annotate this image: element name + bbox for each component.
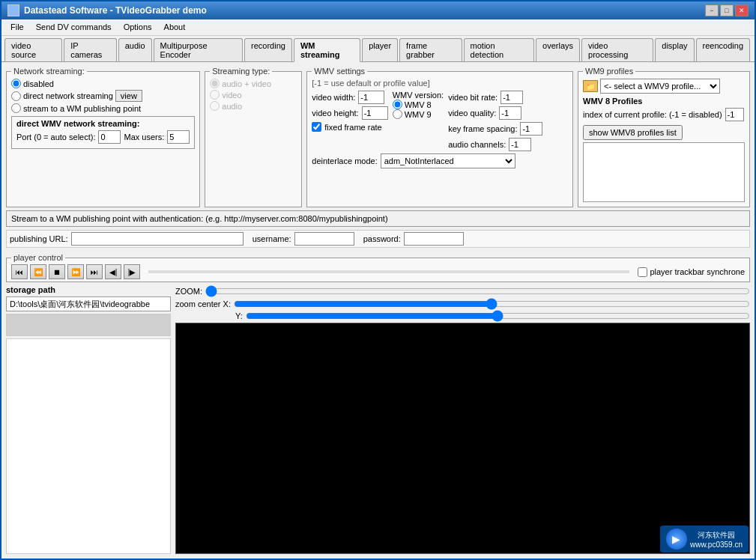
radio-wmv9-label: WMV 9 — [405, 110, 432, 119]
tab-video-source[interactable]: video source — [4, 38, 62, 61]
menu-about[interactable]: About — [158, 21, 192, 34]
player-trackbar[interactable] — [148, 270, 629, 273]
minimize-button[interactable]: − — [705, 4, 719, 16]
zoom-slider[interactable] — [205, 285, 750, 297]
audio-channels-input[interactable] — [509, 138, 531, 151]
port-input[interactable] — [98, 130, 121, 144]
tab-display[interactable]: display — [655, 38, 694, 61]
key-frame-spacing-label: key frame spacing: — [448, 124, 517, 133]
wm9-profiles-legend: WM9 profiles — [583, 67, 635, 76]
radio-wm-publish-label: stream to a WM publishing point — [23, 104, 141, 113]
tab-content-wm-streaming: Network streaming: disabled direct netwo… — [1, 62, 755, 559]
tab-multipurpose-encoder[interactable]: Multipurpose Encoder — [154, 38, 243, 61]
zoom-center-y-slider[interactable] — [246, 311, 750, 321]
player-btn-first[interactable]: ⏮ — [11, 264, 28, 279]
menu-dv-commands[interactable]: Send DV commands — [30, 21, 118, 34]
publishing-url-input[interactable] — [71, 232, 244, 246]
tab-recording[interactable]: recording — [244, 38, 292, 61]
max-users-input[interactable] — [167, 130, 190, 144]
video-quality-input[interactable] — [499, 106, 521, 120]
fixed-frame-rate-label: fixed frame rate — [324, 123, 381, 132]
publishing-url-label: publishing URL: — [10, 234, 68, 243]
window-title: Datastead Software - TVideoGrabber demo — [24, 5, 207, 16]
video-width-row: video width: — [312, 91, 387, 104]
wm9-profile-select[interactable]: <- select a WMV9 profile... — [600, 79, 720, 94]
main-window: Datastead Software - TVideoGrabber demo … — [0, 0, 756, 560]
radio-disabled[interactable] — [11, 79, 21, 88]
zoom-center-x-slider[interactable] — [234, 299, 750, 309]
player-btn-step-back[interactable]: ◀| — [105, 264, 121, 279]
player-btn-prev[interactable]: ⏪ — [30, 264, 46, 279]
close-button[interactable]: ✕ — [735, 4, 749, 16]
wmv-version-col: WMV version: WMV 8 WMV 9 — [393, 91, 444, 153]
radio-wmv8[interactable] — [393, 100, 402, 109]
show-wmv8-list-btn[interactable]: show WMV8 profiles list — [583, 125, 683, 140]
radio-wm-publish[interactable] — [11, 103, 21, 113]
tab-ip-cameras[interactable]: IP cameras — [64, 38, 117, 61]
watermark-line2: www.pc0359.cn — [690, 541, 743, 549]
tab-reencoding[interactable]: reencoding — [696, 38, 750, 61]
tab-wm-streaming[interactable]: WM streaming — [294, 38, 360, 62]
audio-channels-row: audio channels: — [448, 138, 542, 151]
username-input[interactable] — [294, 232, 354, 246]
port-row: Port (0 = auto select): Max users: — [16, 130, 190, 144]
wmv-settings-legend: WMV settings — [312, 67, 367, 76]
fixed-frame-rate-checkbox[interactable] — [312, 122, 321, 132]
deinterlace-select[interactable]: adm_NotInterlaced — [381, 153, 515, 168]
radio-audio — [210, 101, 220, 111]
title-controls: − □ ✕ — [705, 4, 749, 16]
video-bit-rate-row: video bit rate: — [448, 91, 542, 104]
wmv-settings-panel: WMV settings [-1 = use default or profil… — [306, 67, 573, 207]
storage-list[interactable] — [6, 338, 171, 554]
radio-direct[interactable] — [11, 91, 21, 101]
radio-audio-label: audio — [222, 102, 242, 111]
storage-thumb — [6, 314, 171, 336]
radio-disabled-label: disabled — [23, 79, 54, 88]
tab-overlays[interactable]: overlays — [536, 38, 580, 61]
network-streaming-panel: Network streaming: disabled direct netwo… — [6, 67, 200, 207]
zoom-center-x-label: zoom center X: — [175, 299, 231, 308]
tabs-bar: video source IP cameras audio Multipurpo… — [1, 36, 755, 62]
tab-player[interactable]: player — [362, 38, 398, 61]
direct-wmv-title: direct WMV network streaming: — [16, 119, 190, 128]
video-width-label: video width: — [312, 93, 355, 102]
key-frame-spacing-input[interactable] — [520, 122, 542, 136]
password-label: password: — [363, 234, 401, 243]
wmv8-profile-list — [583, 142, 745, 202]
player-btn-next[interactable]: ⏩ — [67, 264, 84, 279]
radio-wmv9[interactable] — [393, 109, 402, 119]
network-streaming-legend: Network streaming: — [11, 67, 87, 76]
wmv9-row: WMV 9 — [393, 109, 444, 119]
tab-motion-detection[interactable]: motion detection — [464, 38, 535, 61]
menu-options[interactable]: Options — [118, 21, 158, 34]
password-input[interactable] — [404, 232, 464, 246]
player-sync-row: player trackbar synchrone — [638, 267, 745, 277]
audio-channels-label: audio channels: — [448, 140, 506, 149]
maximize-button[interactable]: □ — [720, 4, 734, 16]
video-bit-rate-input[interactable] — [501, 91, 523, 104]
tab-video-processing[interactable]: video processing — [581, 38, 653, 61]
video-width-input[interactable] — [358, 91, 384, 104]
folder-icon[interactable]: 📁 — [583, 80, 598, 92]
menu-file[interactable]: File — [4, 21, 30, 34]
player-sync-checkbox[interactable] — [638, 267, 647, 277]
view-button[interactable]: view — [115, 90, 142, 102]
video-bit-rate-label: video bit rate: — [448, 93, 498, 102]
radio-direct-label: direct network streaming — [23, 91, 113, 100]
radio-audio-video-row: audio + video — [210, 79, 297, 88]
stream-publish-title: Stream to a WM publishing point with aut… — [11, 214, 388, 223]
wmv8-row: WMV 8 — [393, 100, 444, 109]
video-quality-row: video quality: — [448, 106, 542, 120]
current-profile-input[interactable] — [725, 108, 744, 121]
player-btn-stop[interactable]: ⏹ — [49, 264, 65, 279]
player-btn-last[interactable]: ⏭ — [86, 264, 103, 279]
tab-audio[interactable]: audio — [118, 38, 152, 61]
current-profile-label: index of current profile: (-1 = disabled… — [583, 110, 722, 119]
network-streaming-options: disabled direct network streaming view s… — [11, 79, 195, 113]
fixed-frame-rate-row: fixed frame rate — [312, 122, 387, 132]
bottom-area: storage path D:\tools\桌面\河东软件园\tvideogra… — [6, 285, 750, 554]
zoom-label: ZOOM: — [175, 287, 202, 296]
player-btn-step-fwd[interactable]: |▶ — [124, 264, 140, 279]
tab-frame-grabber[interactable]: frame grabber — [399, 38, 462, 61]
video-height-input[interactable] — [362, 106, 388, 120]
